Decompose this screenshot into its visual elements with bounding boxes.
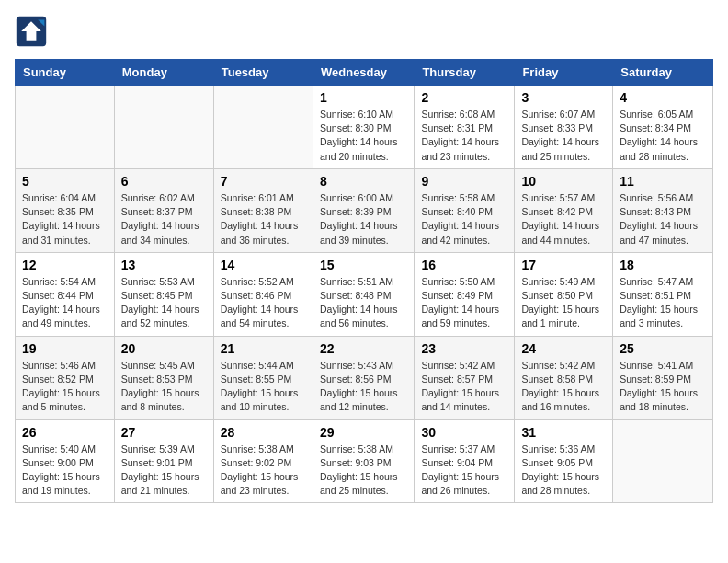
day-cell: 19Sunrise: 5:46 AM Sunset: 8:52 PM Dayli…	[16, 336, 115, 419]
day-info: Sunrise: 5:56 AM Sunset: 8:43 PM Dayligh…	[620, 191, 706, 247]
day-number: 18	[620, 258, 706, 272]
day-number: 10	[521, 174, 606, 189]
day-cell: 15Sunrise: 5:51 AM Sunset: 8:48 PM Dayli…	[313, 252, 414, 336]
day-number: 31	[521, 425, 606, 440]
day-number: 12	[22, 258, 108, 272]
day-number: 19	[22, 341, 108, 356]
day-number: 28	[221, 425, 306, 440]
week-row-4: 19Sunrise: 5:46 AM Sunset: 8:52 PM Dayli…	[16, 336, 713, 419]
day-info: Sunrise: 5:38 AM Sunset: 9:03 PM Dayligh…	[320, 442, 407, 499]
header-cell-saturday: Saturday	[613, 60, 713, 86]
day-info: Sunrise: 5:40 AM Sunset: 9:00 PM Dayligh…	[22, 442, 108, 499]
day-info: Sunrise: 5:43 AM Sunset: 8:56 PM Dayligh…	[320, 359, 407, 415]
day-info: Sunrise: 5:51 AM Sunset: 8:48 PM Dayligh…	[320, 275, 407, 331]
day-cell: 10Sunrise: 5:57 AM Sunset: 8:42 PM Dayli…	[515, 168, 613, 252]
day-cell	[16, 86, 115, 169]
day-number: 29	[320, 425, 407, 440]
day-info: Sunrise: 5:58 AM Sunset: 8:40 PM Dayligh…	[421, 191, 507, 247]
day-info: Sunrise: 6:05 AM Sunset: 8:34 PM Dayligh…	[620, 108, 706, 164]
day-info: Sunrise: 6:04 AM Sunset: 8:35 PM Dayligh…	[22, 191, 108, 247]
day-cell: 5Sunrise: 6:04 AM Sunset: 8:35 PM Daylig…	[16, 168, 115, 252]
day-cell: 1Sunrise: 6:10 AM Sunset: 8:30 PM Daylig…	[313, 86, 414, 169]
day-cell: 24Sunrise: 5:42 AM Sunset: 8:58 PM Dayli…	[515, 336, 613, 419]
day-cell: 29Sunrise: 5:38 AM Sunset: 9:03 PM Dayli…	[313, 419, 414, 503]
day-number: 5	[22, 174, 108, 189]
day-cell: 9Sunrise: 5:58 AM Sunset: 8:40 PM Daylig…	[415, 168, 515, 252]
day-info: Sunrise: 5:38 AM Sunset: 9:02 PM Dayligh…	[221, 442, 306, 499]
day-cell	[613, 419, 713, 503]
day-info: Sunrise: 5:39 AM Sunset: 9:01 PM Dayligh…	[121, 442, 207, 499]
day-info: Sunrise: 6:02 AM Sunset: 8:37 PM Dayligh…	[121, 191, 207, 247]
day-number: 16	[421, 258, 507, 272]
day-cell: 8Sunrise: 6:00 AM Sunset: 8:39 PM Daylig…	[313, 168, 414, 252]
day-number: 17	[521, 258, 606, 272]
week-row-2: 5Sunrise: 6:04 AM Sunset: 8:35 PM Daylig…	[16, 168, 713, 252]
week-row-1: 1Sunrise: 6:10 AM Sunset: 8:30 PM Daylig…	[16, 86, 713, 169]
day-number: 25	[620, 341, 706, 356]
page-header	[15, 15, 713, 48]
day-info: Sunrise: 5:53 AM Sunset: 8:45 PM Dayligh…	[121, 275, 207, 331]
day-number: 13	[121, 258, 207, 272]
header-cell-monday: Monday	[114, 60, 213, 86]
day-info: Sunrise: 5:41 AM Sunset: 8:59 PM Dayligh…	[620, 359, 706, 415]
day-cell: 17Sunrise: 5:49 AM Sunset: 8:50 PM Dayli…	[515, 252, 613, 336]
day-cell: 28Sunrise: 5:38 AM Sunset: 9:02 PM Dayli…	[213, 419, 313, 503]
header-cell-thursday: Thursday	[415, 60, 515, 86]
day-number: 20	[121, 341, 207, 356]
day-info: Sunrise: 5:52 AM Sunset: 8:46 PM Dayligh…	[221, 275, 306, 331]
day-number: 9	[421, 174, 507, 189]
logo-icon	[15, 15, 48, 48]
day-cell: 26Sunrise: 5:40 AM Sunset: 9:00 PM Dayli…	[16, 419, 115, 503]
day-number: 14	[221, 258, 306, 272]
day-number: 24	[521, 341, 606, 356]
day-info: Sunrise: 5:47 AM Sunset: 8:51 PM Dayligh…	[620, 275, 706, 331]
day-info: Sunrise: 5:44 AM Sunset: 8:55 PM Dayligh…	[221, 359, 306, 415]
day-cell: 12Sunrise: 5:54 AM Sunset: 8:44 PM Dayli…	[16, 252, 115, 336]
header-cell-friday: Friday	[515, 60, 613, 86]
day-number: 26	[22, 425, 108, 440]
day-cell: 23Sunrise: 5:42 AM Sunset: 8:57 PM Dayli…	[415, 336, 515, 419]
day-info: Sunrise: 5:49 AM Sunset: 8:50 PM Dayligh…	[521, 275, 606, 331]
header-cell-sunday: Sunday	[16, 60, 115, 86]
day-number: 4	[620, 90, 706, 105]
day-number: 22	[320, 341, 407, 356]
day-number: 3	[521, 90, 606, 105]
day-number: 2	[421, 90, 507, 105]
day-info: Sunrise: 5:57 AM Sunset: 8:42 PM Dayligh…	[521, 191, 606, 247]
header-cell-wednesday: Wednesday	[313, 60, 414, 86]
day-cell: 22Sunrise: 5:43 AM Sunset: 8:56 PM Dayli…	[313, 336, 414, 419]
day-number: 6	[121, 174, 207, 189]
day-info: Sunrise: 5:46 AM Sunset: 8:52 PM Dayligh…	[22, 359, 108, 415]
day-info: Sunrise: 5:42 AM Sunset: 8:58 PM Dayligh…	[521, 359, 606, 415]
day-cell: 4Sunrise: 6:05 AM Sunset: 8:34 PM Daylig…	[613, 86, 713, 169]
calendar-body: 1Sunrise: 6:10 AM Sunset: 8:30 PM Daylig…	[16, 86, 713, 503]
day-number: 11	[620, 174, 706, 189]
day-cell: 7Sunrise: 6:01 AM Sunset: 8:38 PM Daylig…	[213, 168, 313, 252]
day-info: Sunrise: 5:54 AM Sunset: 8:44 PM Dayligh…	[22, 275, 108, 331]
day-number: 30	[421, 425, 507, 440]
day-info: Sunrise: 6:00 AM Sunset: 8:39 PM Dayligh…	[320, 191, 407, 247]
day-cell: 16Sunrise: 5:50 AM Sunset: 8:49 PM Dayli…	[415, 252, 515, 336]
day-info: Sunrise: 5:36 AM Sunset: 9:05 PM Dayligh…	[521, 442, 606, 499]
logo	[15, 15, 51, 48]
day-info: Sunrise: 6:10 AM Sunset: 8:30 PM Dayligh…	[320, 108, 407, 164]
day-info: Sunrise: 5:37 AM Sunset: 9:04 PM Dayligh…	[421, 442, 507, 499]
header-cell-tuesday: Tuesday	[213, 60, 313, 86]
day-number: 27	[121, 425, 207, 440]
day-info: Sunrise: 5:42 AM Sunset: 8:57 PM Dayligh…	[421, 359, 507, 415]
header-row: SundayMondayTuesdayWednesdayThursdayFrid…	[16, 60, 713, 86]
day-cell: 30Sunrise: 5:37 AM Sunset: 9:04 PM Dayli…	[415, 419, 515, 503]
day-number: 21	[221, 341, 306, 356]
day-number: 23	[421, 341, 507, 356]
day-info: Sunrise: 5:50 AM Sunset: 8:49 PM Dayligh…	[421, 275, 507, 331]
day-cell: 21Sunrise: 5:44 AM Sunset: 8:55 PM Dayli…	[213, 336, 313, 419]
day-info: Sunrise: 6:08 AM Sunset: 8:31 PM Dayligh…	[421, 108, 507, 164]
day-number: 1	[320, 90, 407, 105]
day-cell: 3Sunrise: 6:07 AM Sunset: 8:33 PM Daylig…	[515, 86, 613, 169]
day-number: 8	[320, 174, 407, 189]
day-cell: 6Sunrise: 6:02 AM Sunset: 8:37 PM Daylig…	[114, 168, 213, 252]
day-cell: 25Sunrise: 5:41 AM Sunset: 8:59 PM Dayli…	[613, 336, 713, 419]
day-cell: 27Sunrise: 5:39 AM Sunset: 9:01 PM Dayli…	[114, 419, 213, 503]
calendar-table: SundayMondayTuesdayWednesdayThursdayFrid…	[15, 59, 713, 503]
day-info: Sunrise: 6:07 AM Sunset: 8:33 PM Dayligh…	[521, 108, 606, 164]
